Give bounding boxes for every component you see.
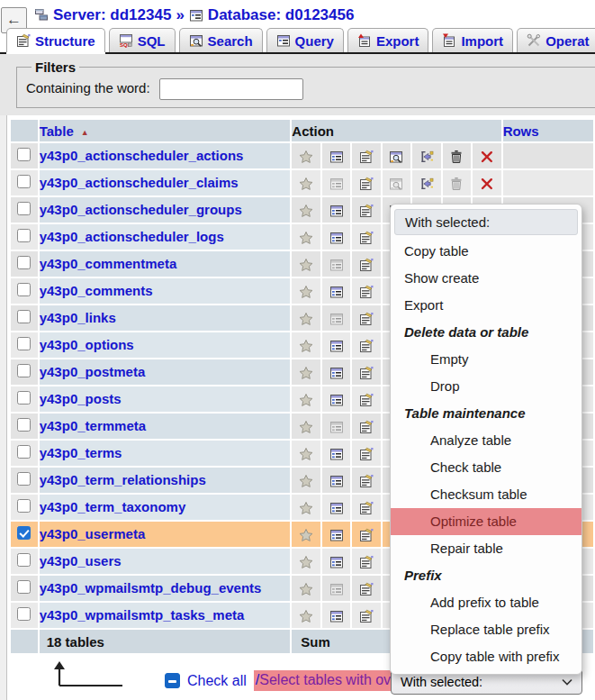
favorite-star-icon[interactable] (299, 501, 313, 515)
browse-icon[interactable] (329, 501, 344, 515)
menu-item-checksum-table[interactable]: Checksum table (391, 481, 581, 508)
row-checkbox[interactable] (17, 607, 31, 621)
structure-icon[interactable] (359, 231, 374, 245)
drop-icon[interactable] (480, 177, 494, 191)
table-name-link[interactable]: y43p0_term_taxonomy (40, 499, 186, 514)
structure-icon[interactable] (359, 447, 374, 461)
row-checkbox[interactable] (17, 364, 31, 377)
browse-icon[interactable] (329, 366, 344, 380)
structure-icon[interactable] (359, 420, 374, 434)
tab-sql[interactable]: SQLSQL (109, 28, 176, 52)
check-all-checkbox[interactable] (165, 673, 180, 688)
row-checkbox[interactable] (17, 283, 31, 296)
table-name-link[interactable]: y43p0_actionscheduler_groups (40, 202, 242, 217)
row-checkbox[interactable] (17, 256, 31, 269)
row-checkbox[interactable] (17, 499, 31, 513)
structure-icon[interactable] (359, 393, 374, 407)
structure-icon[interactable] (359, 312, 374, 326)
browse-icon[interactable] (329, 258, 344, 272)
structure-icon[interactable] (359, 528, 374, 542)
structure-icon[interactable] (359, 258, 374, 272)
structure-icon[interactable] (359, 555, 374, 569)
filter-input[interactable] (159, 78, 303, 100)
favorite-star-icon[interactable] (299, 528, 313, 542)
table-name-link[interactable]: y43p0_termmeta (40, 418, 146, 433)
favorite-star-icon[interactable] (299, 582, 313, 596)
table-name-link[interactable]: y43p0_comments (40, 283, 153, 298)
row-checkbox[interactable] (17, 526, 31, 540)
structure-icon[interactable] (359, 366, 374, 380)
structure-icon[interactable] (359, 609, 374, 623)
menu-item-replace-table-prefix[interactable]: Replace table prefix (391, 616, 581, 643)
search-icon[interactable] (389, 150, 403, 164)
browse-icon[interactable] (329, 204, 344, 218)
tab-export[interactable]: Export (347, 28, 429, 52)
menu-item-empty[interactable]: Empty (391, 346, 581, 373)
row-checkbox[interactable] (17, 148, 31, 161)
browse-icon[interactable] (329, 339, 344, 353)
structure-icon[interactable] (359, 582, 374, 596)
menu-item-add-prefix-to-table[interactable]: Add prefix to table (391, 589, 581, 616)
search-icon[interactable] (389, 177, 403, 191)
table-name-link[interactable]: y43p0_links (40, 310, 116, 325)
tab-structure[interactable]: Structure (6, 28, 105, 52)
database-link[interactable]: Database: d0123456 (208, 6, 355, 24)
table-name-link[interactable]: y43p0_term_relationships (40, 472, 206, 487)
menu-item-check-table[interactable]: Check table (391, 454, 581, 481)
row-checkbox[interactable] (17, 175, 31, 188)
favorite-star-icon[interactable] (299, 393, 313, 407)
sort-by-table-link[interactable]: Table (40, 123, 74, 139)
row-checkbox[interactable] (17, 553, 31, 567)
browse-icon[interactable] (329, 609, 344, 623)
menu-item-optimize-table[interactable]: Optimize table (391, 508, 581, 535)
check-all-link[interactable]: Check all (187, 673, 247, 689)
structure-icon[interactable] (359, 501, 374, 515)
favorite-star-icon[interactable] (299, 177, 313, 191)
favorite-star-icon[interactable] (299, 339, 313, 353)
row-checkbox[interactable] (17, 418, 31, 432)
structure-icon[interactable] (359, 204, 374, 218)
table-name-link[interactable]: y43p0_wpmailsmtp_debug_events (40, 580, 262, 595)
row-checkbox[interactable] (17, 337, 31, 350)
insert-icon[interactable] (419, 150, 434, 164)
browse-icon[interactable] (329, 312, 344, 326)
sort-by-rows-link[interactable]: Rows (503, 123, 539, 139)
row-checkbox[interactable] (17, 472, 31, 486)
table-name-link[interactable]: y43p0_users (40, 553, 122, 568)
favorite-star-icon[interactable] (299, 366, 313, 380)
table-name-link[interactable]: y43p0_commentmeta (40, 256, 177, 271)
browse-icon[interactable] (329, 420, 344, 434)
row-checkbox[interactable] (17, 310, 31, 323)
menu-item-export[interactable]: Export (391, 292, 581, 319)
favorite-star-icon[interactable] (299, 312, 313, 326)
menu-item-copy-table[interactable]: Copy table (391, 238, 581, 265)
row-checkbox[interactable] (17, 445, 31, 459)
browse-icon[interactable] (329, 555, 344, 569)
browse-icon[interactable] (329, 150, 344, 164)
table-name-link[interactable]: y43p0_usermeta (40, 526, 146, 541)
drop-icon[interactable] (480, 150, 494, 164)
favorite-star-icon[interactable] (299, 204, 313, 218)
row-checkbox[interactable] (17, 391, 31, 405)
empty-icon[interactable] (449, 177, 464, 191)
browse-icon[interactable] (329, 177, 344, 191)
favorite-star-icon[interactable] (299, 150, 313, 164)
row-checkbox[interactable] (17, 580, 31, 594)
browse-icon[interactable] (329, 285, 344, 299)
table-name-link[interactable]: y43p0_actionscheduler_actions (40, 148, 244, 163)
table-name-link[interactable]: y43p0_wpmailsmtp_tasks_meta (40, 607, 245, 623)
menu-item-copy-table-with-prefix[interactable]: Copy table with prefix (391, 643, 581, 670)
menu-item-repair-table[interactable]: Repair table (391, 535, 581, 562)
favorite-star-icon[interactable] (299, 474, 313, 488)
table-name-link[interactable]: y43p0_terms (40, 445, 122, 460)
table-name-link[interactable]: y43p0_options (40, 337, 134, 352)
structure-icon[interactable] (359, 150, 374, 164)
browse-icon[interactable] (329, 582, 344, 596)
menu-item-show-create[interactable]: Show create (391, 265, 581, 292)
browse-icon[interactable] (329, 528, 344, 542)
browse-icon[interactable] (329, 447, 344, 461)
table-name-link[interactable]: y43p0_actionscheduler_logs (40, 229, 224, 244)
table-name-link[interactable]: y43p0_posts (40, 391, 122, 406)
favorite-star-icon[interactable] (299, 285, 313, 299)
tab-import[interactable]: Import (432, 28, 513, 52)
